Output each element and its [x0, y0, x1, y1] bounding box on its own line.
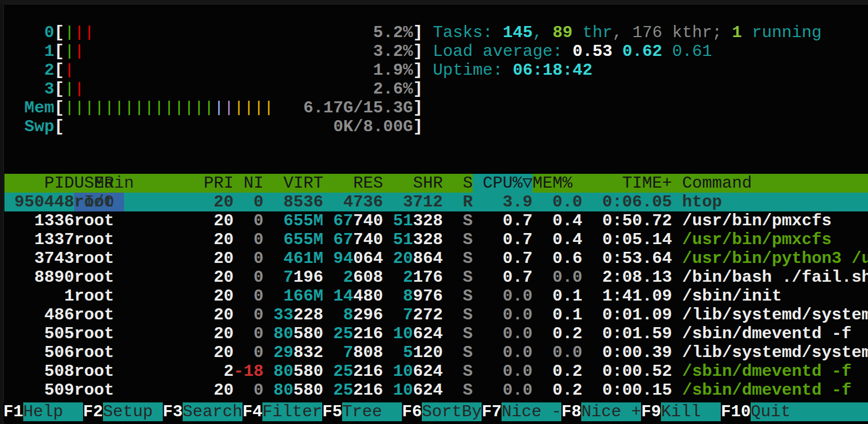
text-segment: 624 [413, 324, 443, 343]
column-header-cpu[interactable]: CPU%▽ [473, 174, 533, 193]
fkey-label-F8[interactable]: Nice + [581, 402, 641, 421]
text-segment: 0 [254, 211, 264, 230]
process-row[interactable]: 508root2-18805802521610624S0.00.20:00.52… [4, 362, 868, 381]
column-header-s[interactable]: S [443, 174, 473, 193]
cell-res: 8296 [323, 306, 383, 324]
meter-2: 2[1.9%] [4, 61, 423, 80]
fkey-label-F10[interactable]: Quit [751, 402, 868, 421]
text-segment: 25 [333, 324, 353, 343]
process-row[interactable]: 505root200805802521610624S0.00.20:01.59/… [4, 324, 868, 343]
cell-cpu: 0.0 [473, 324, 533, 343]
text-segment: 0 [254, 324, 264, 343]
meter-value: 0K/8.00G [333, 117, 413, 136]
text-segment: root [74, 230, 114, 249]
meter-value: 6.17G/15.3G [303, 99, 413, 117]
fkey-F5[interactable]: F5 [322, 402, 342, 421]
fkey-F8[interactable]: F8 [561, 402, 581, 421]
fkey-F6[interactable]: F6 [402, 402, 422, 421]
text-segment: S [463, 249, 473, 268]
fkey-label-F1[interactable]: Help [23, 402, 83, 421]
cell-pri: 20 [174, 381, 234, 400]
meter-close-bracket: ] [413, 117, 423, 136]
cell-res: 4736 [323, 193, 383, 211]
cell-shr: 10624 [383, 324, 443, 343]
text-segment: 4736 [343, 193, 383, 211]
column-header-virt[interactable]: VIRT [264, 174, 323, 193]
fkey-F4[interactable]: F4 [242, 402, 262, 421]
text-segment: 29 [273, 343, 293, 362]
text-segment: 064 [353, 249, 383, 268]
text-segment [612, 42, 622, 61]
meter-bar-cell [64, 82, 74, 96]
process-row[interactable]: 3743root200461M9406420864S0.70.60:53.64/… [4, 249, 868, 268]
fkey-label-F6[interactable]: SortBy [422, 402, 482, 421]
fkey-label-F4[interactable]: Filter [262, 402, 322, 421]
column-header-mem[interactable]: MEM% [533, 174, 582, 193]
fkey-F9[interactable]: F9 [641, 402, 661, 421]
text-segment: root [74, 343, 114, 362]
process-row[interactable]: 8890root200719626082176S0.70.02:08.13/bi… [4, 268, 868, 287]
cell-user: root [74, 230, 174, 249]
text-segment: 8536 [283, 193, 323, 211]
cell-user: root [74, 249, 174, 268]
cell-s: S [443, 324, 473, 343]
fkey-F10[interactable]: F10 [721, 402, 751, 421]
text-segment: 20 [214, 193, 234, 211]
cell-ni: 0 [234, 211, 264, 230]
fkey-F2[interactable]: F2 [83, 402, 103, 421]
cell-res: 25216 [323, 381, 383, 400]
fkey-F3[interactable]: F3 [163, 402, 183, 421]
cell-pid: 1 [4, 287, 74, 306]
process-row[interactable]: 950448root200853647363712R3.90.00:06.05h… [4, 193, 868, 211]
process-row[interactable]: 1336root200655M6774051328S0.70.40:50.72/… [4, 211, 868, 230]
column-header-pid[interactable]: PID [4, 174, 74, 193]
cell-shr: 10624 [383, 362, 443, 381]
text-segment: 808 [353, 343, 383, 362]
fkey-label-F3[interactable]: Search [183, 402, 242, 421]
cell-s: S [443, 306, 473, 324]
fkey-F7[interactable]: F7 [482, 402, 502, 421]
fkey-F1[interactable]: F1 [3, 402, 23, 421]
process-row[interactable]: 486root2003322882967272S0.00.10:01.09/li… [4, 306, 868, 324]
cell-pri: 20 [174, 249, 234, 268]
fkey-label-F2[interactable]: Setup [103, 402, 163, 421]
meter-open-bracket: [ [54, 42, 64, 61]
column-header-res[interactable]: RES [323, 174, 383, 193]
text-segment: 0.1 [552, 287, 582, 306]
cell-time: 0:00.39 [582, 343, 672, 362]
meter-bar [178, 101, 180, 115]
column-header-ni[interactable]: NI [234, 174, 264, 193]
process-row[interactable]: 506root2002983278085120S0.00.00:00.39/li… [4, 343, 868, 362]
meter-mem: Mem[6.17G/15.3G] [4, 99, 423, 117]
process-row[interactable]: 1root200166M144808976S0.00.11:41.09/sbin… [4, 287, 868, 306]
text-segment: /usr/bin/python3 /u [682, 249, 868, 268]
cell-pid: 506 [4, 343, 74, 362]
text-segment: 06:18:42 [513, 61, 592, 80]
process-row[interactable]: 1337root200655M6774051328S0.70.40:05.14/… [4, 230, 868, 249]
fkey-label-F5[interactable]: Tree [342, 402, 402, 421]
cell-pri: 20 [174, 193, 234, 211]
column-header-command[interactable]: Command [672, 174, 868, 193]
cell-pri: 20 [174, 211, 234, 230]
meter-bar [258, 101, 260, 115]
fkey-label-F9[interactable]: Kill [661, 402, 721, 421]
cell-command: /usr/bin/pmxcfs [672, 211, 868, 230]
fkey-label-F7[interactable]: Nice - [502, 402, 561, 421]
text-segment: 272 [413, 306, 443, 324]
meter-body: 3.2% [64, 42, 413, 61]
meter-bar [69, 25, 70, 40]
process-row[interactable]: 509root200805802521610624S0.00.20:00.15/… [4, 381, 868, 400]
cell-mem: 0.4 [533, 230, 582, 249]
column-header-pri[interactable]: PRI [174, 174, 234, 193]
column-header-user[interactable]: USER [74, 174, 174, 193]
cell-user: root [74, 324, 174, 343]
cell-s: S [443, 230, 473, 249]
text-segment: 0:00.39 [602, 343, 672, 362]
text-segment: 51 [393, 211, 413, 230]
cell-ni: 0 [234, 381, 264, 400]
column-header-shr[interactable]: SHR [383, 174, 443, 193]
meters-panel: 0[5.2%]1[3.2%]2[1.9%]3[2.6%]Mem[6.17G/15… [4, 23, 423, 136]
column-header-time[interactable]: TIME+ [582, 174, 672, 193]
cell-virt: 29832 [264, 343, 323, 362]
cell-user: root [74, 362, 174, 381]
